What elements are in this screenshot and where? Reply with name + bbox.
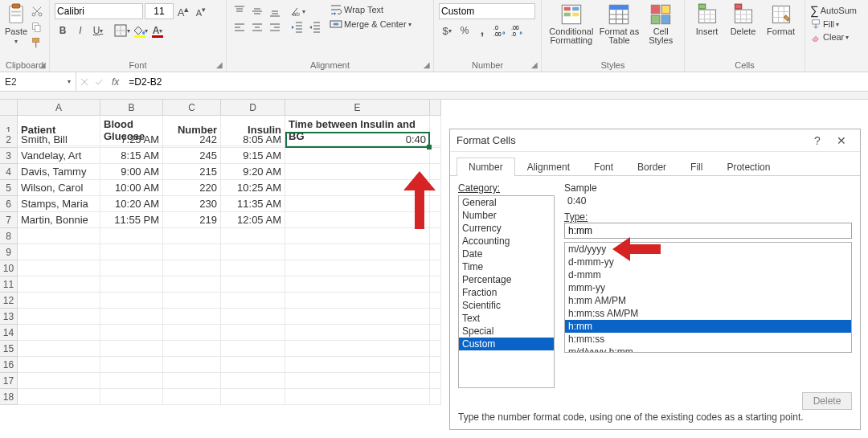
row-header[interactable]: 15: [0, 341, 18, 357]
cell[interactable]: [163, 228, 221, 244]
type-input[interactable]: [564, 223, 852, 239]
comma-format-button[interactable]: ,: [474, 23, 490, 39]
help-button[interactable]: ?: [805, 134, 829, 147]
copy-button[interactable]: [29, 19, 45, 35]
cell[interactable]: [100, 357, 163, 373]
type-item[interactable]: d-mmm: [565, 268, 851, 281]
cell[interactable]: [221, 325, 285, 341]
cell-styles-button[interactable]: Cell Styles: [642, 3, 679, 45]
cell[interactable]: Smith, Bill: [18, 132, 100, 148]
cell[interactable]: [163, 309, 221, 325]
category-item[interactable]: Scientific: [459, 299, 554, 312]
cell[interactable]: 10:20 AM: [100, 196, 163, 212]
row-header[interactable]: 12: [0, 293, 18, 309]
category-item[interactable]: Accounting: [459, 235, 554, 248]
cell[interactable]: Vandelay, Art: [18, 148, 100, 164]
decrease-font-button[interactable]: A▾: [193, 3, 209, 19]
cell[interactable]: [100, 341, 163, 357]
cell[interactable]: [18, 341, 100, 357]
type-item[interactable]: mmm-yy: [565, 281, 851, 294]
insert-button[interactable]: Insert: [690, 3, 724, 36]
percent-format-button[interactable]: %: [457, 23, 473, 39]
row-header[interactable]: 6: [0, 196, 18, 212]
dialog-launcher-icon[interactable]: ◢: [422, 60, 432, 70]
underline-button[interactable]: U▾: [90, 23, 106, 39]
cell[interactable]: [163, 341, 221, 357]
cell[interactable]: [285, 373, 430, 389]
paste-button[interactable]: Paste ▾: [5, 3, 27, 45]
cell[interactable]: [163, 244, 221, 260]
cell[interactable]: [221, 276, 285, 293]
cell[interactable]: [18, 357, 100, 373]
italic-button[interactable]: I: [72, 23, 88, 39]
format-button[interactable]: Format: [762, 3, 800, 36]
cell[interactable]: [285, 276, 430, 293]
cell[interactable]: [18, 260, 100, 276]
category-item[interactable]: Time: [459, 260, 554, 273]
number-format-select[interactable]: [439, 3, 535, 19]
cancel-icon[interactable]: [80, 77, 89, 87]
cell[interactable]: [100, 389, 163, 405]
orientation-button[interactable]: ab▾: [289, 3, 305, 19]
row-header[interactable]: 13: [0, 309, 18, 325]
row-header[interactable]: 18: [0, 389, 18, 405]
cell[interactable]: [285, 260, 430, 276]
cell[interactable]: [100, 309, 163, 325]
cell[interactable]: 215: [163, 164, 221, 180]
select-all-corner[interactable]: [0, 100, 18, 116]
category-item[interactable]: Custom: [459, 338, 554, 350]
cell[interactable]: 8:15 AM: [100, 148, 163, 164]
wrap-text-button[interactable]: Wrap Text: [330, 3, 411, 16]
cell[interactable]: [18, 228, 100, 244]
type-item[interactable]: d-mmm-yy: [565, 256, 851, 268]
category-item[interactable]: Date: [459, 248, 554, 260]
cell[interactable]: 230: [163, 196, 221, 212]
type-item[interactable]: h:mm: [565, 320, 851, 333]
category-list[interactable]: GeneralNumberCurrencyAccountingDateTimeP…: [458, 195, 555, 388]
category-item[interactable]: Text: [459, 312, 554, 325]
cell[interactable]: [285, 228, 430, 244]
dialog-launcher-icon[interactable]: ◢: [215, 60, 224, 70]
close-button[interactable]: ✕: [829, 134, 854, 147]
increase-font-button[interactable]: A▴: [175, 3, 191, 19]
cell[interactable]: 9:00 AM: [100, 164, 163, 180]
cell[interactable]: [100, 325, 163, 341]
name-box[interactable]: E2 ▾: [0, 72, 76, 91]
cell[interactable]: [100, 293, 163, 309]
row-header[interactable]: 10: [0, 260, 18, 276]
cell[interactable]: [100, 244, 163, 260]
conditional-formatting-button[interactable]: Conditional Formatting: [547, 3, 596, 45]
fx-icon[interactable]: fx: [108, 76, 122, 88]
row-header[interactable]: 2: [0, 132, 18, 148]
cell[interactable]: [285, 148, 430, 164]
bold-button[interactable]: B: [55, 23, 71, 39]
cell[interactable]: Martin, Bonnie: [18, 212, 100, 228]
enter-icon[interactable]: [94, 77, 104, 87]
cell[interactable]: [285, 325, 430, 341]
row-header[interactable]: 4: [0, 164, 18, 180]
formula-input[interactable]: [127, 72, 868, 91]
cell[interactable]: [285, 341, 430, 357]
cell[interactable]: [100, 260, 163, 276]
autosum-button[interactable]: ∑AutoSum: [810, 3, 863, 17]
category-item[interactable]: Special: [459, 325, 554, 338]
cell[interactable]: 10:25 AM: [221, 180, 285, 196]
col-header[interactable]: D: [221, 100, 285, 116]
type-item[interactable]: m/d/yyyy h:mm: [565, 346, 851, 353]
cell[interactable]: [221, 341, 285, 357]
cell[interactable]: [163, 276, 221, 293]
cell[interactable]: 8:05 AM: [221, 132, 285, 148]
cell[interactable]: Stamps, Maria: [18, 196, 100, 212]
cell[interactable]: 11:35 AM: [221, 196, 285, 212]
category-item[interactable]: Number: [459, 209, 554, 222]
cell[interactable]: [163, 389, 221, 405]
cell[interactable]: [285, 389, 430, 405]
cell[interactable]: 219: [163, 212, 221, 228]
format-as-table-button[interactable]: Format as Table: [598, 3, 641, 45]
font-color-button[interactable]: A▾: [149, 23, 166, 39]
delete-format-button[interactable]: Delete: [802, 392, 852, 410]
cell[interactable]: 0:40: [285, 132, 430, 148]
cell[interactable]: [100, 373, 163, 389]
cell[interactable]: [163, 373, 221, 389]
row-header[interactable]: 9: [0, 244, 18, 260]
